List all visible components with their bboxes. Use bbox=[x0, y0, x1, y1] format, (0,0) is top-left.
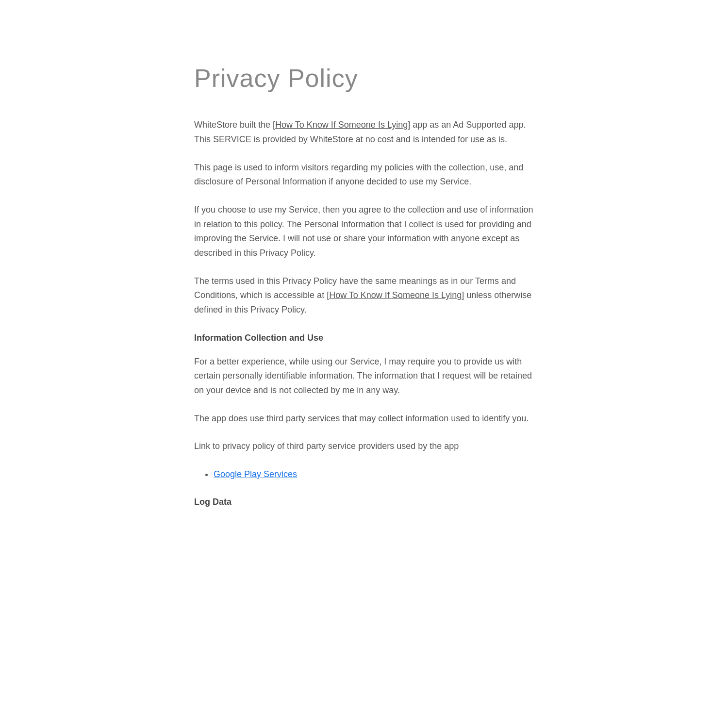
google-play-services-link[interactable]: Google Play Services bbox=[214, 469, 297, 479]
intro-text-before-link-1: WhiteStore built the [ bbox=[194, 120, 275, 130]
section1-paragraph-3: Link to privacy policy of third party se… bbox=[194, 439, 534, 454]
intro-paragraph-1: WhiteStore built the [How To Know If Som… bbox=[194, 118, 534, 147]
intro-paragraph-3: If you choose to use my Service, then yo… bbox=[194, 203, 534, 261]
intro-paragraph-2: This page is used to inform visitors reg… bbox=[194, 161, 534, 189]
section1-heading: Information Collection and Use bbox=[194, 331, 534, 345]
app-name-link-4[interactable]: How To Know If Someone Is Lying bbox=[329, 290, 462, 300]
app-name-link-1[interactable]: How To Know If Someone Is Lying bbox=[275, 120, 408, 130]
page-container: Privacy Policy WhiteStore built the [How… bbox=[131, 0, 597, 558]
section2-heading: Log Data bbox=[194, 495, 534, 509]
page-title: Privacy Policy bbox=[194, 58, 534, 99]
section1-paragraph-1: For a better experience, while using our… bbox=[194, 355, 534, 398]
list-item: Google Play Services bbox=[214, 467, 534, 481]
third-party-links-list: Google Play Services bbox=[214, 467, 534, 481]
section1-paragraph-2: The app does use third party services th… bbox=[194, 412, 534, 426]
intro-paragraph-4: The terms used in this Privacy Policy ha… bbox=[194, 274, 534, 317]
